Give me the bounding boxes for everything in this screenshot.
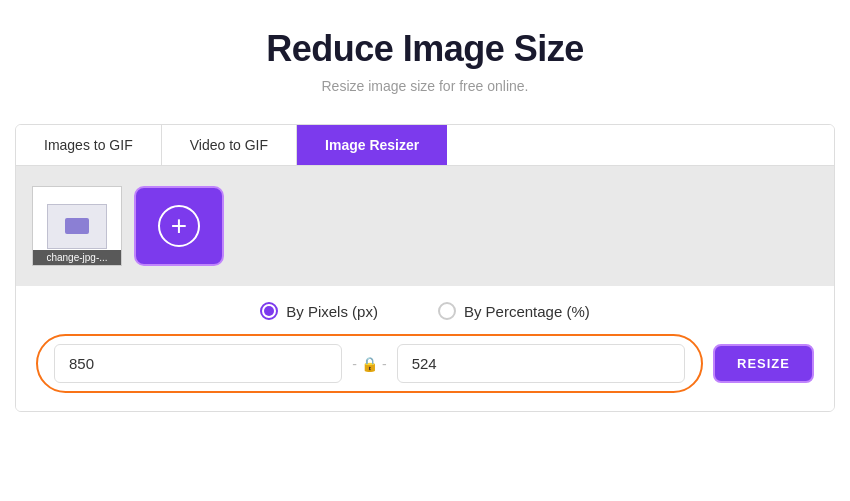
thumbnail-shape bbox=[65, 218, 89, 234]
upload-area: change-jpg-... + bbox=[16, 166, 834, 286]
dash-right: - bbox=[382, 356, 387, 372]
radio-pixels-dot bbox=[264, 306, 274, 316]
tab-video-to-gif[interactable]: Video to GIF bbox=[162, 125, 297, 165]
height-input[interactable] bbox=[397, 344, 685, 383]
dimensions-group: - 🔒 - bbox=[36, 334, 703, 393]
tab-bar: Images to GIF Video to GIF Image Resizer bbox=[16, 125, 834, 166]
page-header: Reduce Image Size Resize image size for … bbox=[266, 0, 584, 104]
inputs-row: - 🔒 - RESIZE bbox=[36, 334, 814, 393]
add-image-button[interactable]: + bbox=[134, 186, 224, 266]
plus-icon: + bbox=[158, 205, 200, 247]
resize-options-row: By Pixels (px) By Percentage (%) bbox=[260, 302, 590, 320]
option-pixels[interactable]: By Pixels (px) bbox=[260, 302, 378, 320]
controls-area: By Pixels (px) By Percentage (%) - 🔒 - R… bbox=[16, 286, 834, 411]
option-percentage-label: By Percentage (%) bbox=[464, 303, 590, 320]
option-percentage[interactable]: By Percentage (%) bbox=[438, 302, 590, 320]
main-container: Images to GIF Video to GIF Image Resizer… bbox=[15, 124, 835, 412]
option-pixels-label: By Pixels (px) bbox=[286, 303, 378, 320]
thumbnail-image bbox=[47, 204, 107, 249]
radio-pixels-circle bbox=[260, 302, 278, 320]
radio-percentage-circle bbox=[438, 302, 456, 320]
width-input[interactable] bbox=[54, 344, 342, 383]
resize-button[interactable]: RESIZE bbox=[713, 344, 814, 383]
dash-left: - bbox=[352, 356, 357, 372]
tab-images-to-gif[interactable]: Images to GIF bbox=[16, 125, 162, 165]
lock-icon: 🔒 bbox=[361, 356, 378, 372]
page-title: Reduce Image Size bbox=[266, 28, 584, 70]
page-subtitle: Resize image size for free online. bbox=[266, 78, 584, 94]
thumbnail-label: change-jpg-... bbox=[33, 250, 121, 265]
thumbnail-preview: change-jpg-... bbox=[32, 186, 122, 266]
tab-image-resizer[interactable]: Image Resizer bbox=[297, 125, 447, 165]
lock-divider: - 🔒 - bbox=[352, 356, 386, 372]
